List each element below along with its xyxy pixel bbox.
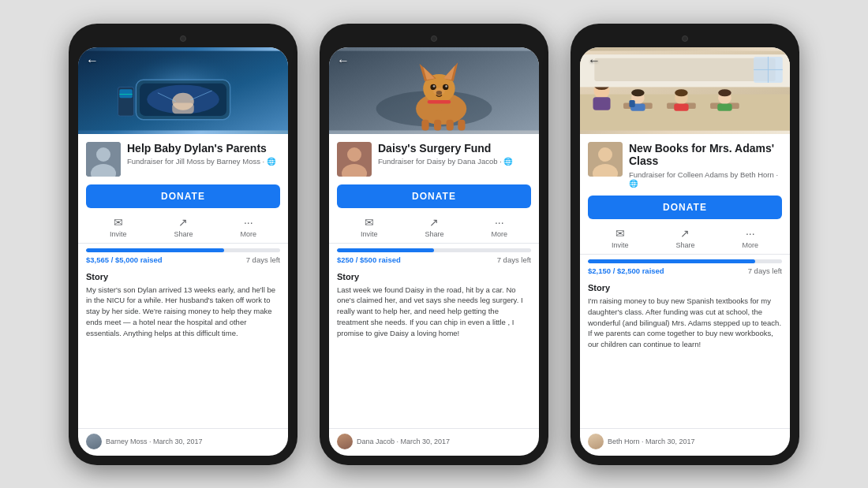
svg-point-13 bbox=[96, 147, 110, 162]
svg-rect-32 bbox=[434, 119, 441, 130]
story-section-1: Story My sister's son Dylan arrived 13 w… bbox=[78, 267, 288, 428]
fundraiser-meta-2: Fundraiser for Daisy by Dana Jacob · 🌐 bbox=[378, 157, 531, 166]
phone-screen-2: ← bbox=[329, 47, 539, 456]
story-text-2: Last week we found Daisy in the road, hi… bbox=[337, 285, 531, 339]
footer-avatar-1 bbox=[86, 434, 102, 449]
card-title-area-1: Help Baby Dylan's Parents Fundraiser for… bbox=[127, 142, 280, 166]
progress-meta-1: $3,565 / $5,000 raised 7 days left bbox=[86, 255, 280, 264]
story-section-3: Story I'm raising money to buy new Spani… bbox=[580, 278, 790, 427]
donate-button-2[interactable]: DONATE bbox=[337, 184, 531, 208]
svg-rect-29 bbox=[428, 99, 451, 103]
phone-1: ← bbox=[69, 24, 297, 465]
back-arrow-2[interactable]: ← bbox=[337, 54, 350, 68]
svg-rect-33 bbox=[447, 119, 454, 130]
svg-point-48 bbox=[675, 89, 688, 96]
svg-point-26 bbox=[433, 85, 436, 88]
phone-notch-3 bbox=[580, 33, 790, 47]
invite-icon-2: ✉ bbox=[365, 216, 374, 229]
progress-raised-2: $250 / $500 raised bbox=[337, 255, 401, 264]
progress-days-2: 7 days left bbox=[497, 255, 531, 264]
svg-rect-50 bbox=[717, 103, 731, 110]
story-text-1: My sister's son Dylan arrived 13 weeks e… bbox=[86, 285, 280, 339]
story-footer-2: Dana Jacob · March 30, 2017 bbox=[329, 428, 539, 456]
svg-point-30 bbox=[433, 88, 445, 95]
avatar-1 bbox=[86, 142, 121, 177]
progress-bar-bg-2 bbox=[337, 248, 531, 252]
progress-bar-fill-3 bbox=[588, 259, 755, 263]
back-arrow-3[interactable]: ← bbox=[588, 54, 600, 68]
action-share-3[interactable]: ↗ Share bbox=[675, 227, 694, 249]
card-title-area-3: New Books for Mrs. Adams' Class Fundrais… bbox=[629, 142, 782, 188]
footer-text-1: Barney Moss · March 30, 2017 bbox=[106, 438, 203, 445]
story-footer-1: Barney Moss · March 30, 2017 bbox=[78, 428, 288, 456]
action-share-1[interactable]: ↗ Share bbox=[174, 216, 193, 238]
action-bar-1: ✉ Invite ↗ Share ··· More bbox=[78, 211, 288, 244]
svg-point-27 bbox=[445, 85, 447, 88]
avatar-2 bbox=[337, 142, 372, 177]
svg-rect-55 bbox=[629, 99, 634, 106]
share-icon-3: ↗ bbox=[680, 227, 690, 240]
progress-days-3: 7 days left bbox=[748, 266, 782, 275]
progress-bar-fill-1 bbox=[86, 248, 224, 252]
fundraiser-meta-1: Fundraiser for Jill Moss by Barney Moss … bbox=[127, 157, 280, 166]
action-invite-1[interactable]: ✉ Invite bbox=[110, 216, 127, 238]
svg-point-45 bbox=[631, 89, 645, 96]
share-icon-2: ↗ bbox=[429, 216, 439, 229]
campaign-title-1: Help Baby Dylan's Parents bbox=[127, 142, 280, 155]
back-arrow-1[interactable]: ← bbox=[86, 54, 99, 68]
progress-raised-3: $2,150 / $2,500 raised bbox=[588, 266, 664, 275]
footer-text-2: Dana Jacob · March 30, 2017 bbox=[357, 438, 450, 445]
progress-section-1: $3,565 / $5,000 raised 7 days left bbox=[78, 244, 288, 267]
svg-point-51 bbox=[718, 89, 731, 96]
svg-point-36 bbox=[347, 147, 361, 162]
progress-days-1: 7 days left bbox=[246, 255, 280, 264]
progress-meta-3: $2,150 / $2,500 raised 7 days left bbox=[588, 266, 782, 275]
share-icon-1: ↗ bbox=[178, 216, 188, 229]
hero-image-2: ← bbox=[329, 47, 539, 134]
scene: ← bbox=[0, 0, 868, 488]
invite-icon-1: ✉ bbox=[114, 216, 123, 229]
phone-notch-2 bbox=[329, 33, 539, 47]
donate-button-1[interactable]: DONATE bbox=[86, 184, 280, 208]
progress-raised-1: $3,565 / $5,000 raised bbox=[86, 255, 163, 264]
svg-rect-34 bbox=[458, 119, 465, 130]
card-title-area-2: Daisy's Surgery Fund Fundraiser for Dais… bbox=[378, 142, 531, 166]
phone-screen-1: ← bbox=[78, 47, 288, 456]
story-section-2: Story Last week we found Daisy in the ro… bbox=[329, 267, 539, 428]
action-more-2[interactable]: ··· More bbox=[491, 216, 507, 238]
campaign-title-3: New Books for Mrs. Adams' Class bbox=[629, 142, 782, 169]
progress-section-3: $2,150 / $2,500 raised 7 days left bbox=[580, 255, 790, 278]
avatar-img-1 bbox=[86, 142, 121, 177]
card-header-2: Daisy's Surgery Fund Fundraiser for Dais… bbox=[329, 134, 539, 181]
invite-icon-3: ✉ bbox=[615, 227, 625, 240]
card-header-3: New Books for Mrs. Adams' Class Fundrais… bbox=[580, 134, 790, 193]
action-more-1[interactable]: ··· More bbox=[240, 216, 256, 238]
more-icon-3: ··· bbox=[746, 227, 755, 240]
camera-1 bbox=[180, 35, 186, 42]
action-bar-3: ✉ Invite ↗ Share ··· More bbox=[580, 222, 790, 255]
svg-rect-6 bbox=[172, 102, 194, 114]
donate-button-3[interactable]: DONATE bbox=[588, 196, 782, 219]
story-footer-3: Beth Horn · March 30, 2017 bbox=[580, 428, 790, 456]
action-bar-2: ✉ Invite ↗ Share ··· More bbox=[329, 211, 539, 244]
svg-rect-57 bbox=[594, 58, 775, 80]
action-more-3[interactable]: ··· More bbox=[742, 227, 758, 249]
action-share-2[interactable]: ↗ Share bbox=[425, 216, 443, 238]
fundraiser-meta-3: Fundraiser for Colleen Adams by Beth Hor… bbox=[629, 170, 782, 188]
action-invite-3[interactable]: ✉ Invite bbox=[612, 227, 629, 249]
phone-2: ← bbox=[320, 24, 548, 465]
action-invite-2[interactable]: ✉ Invite bbox=[361, 216, 378, 238]
svg-rect-31 bbox=[421, 119, 428, 130]
campaign-title-2: Daisy's Surgery Fund bbox=[378, 142, 531, 155]
progress-meta-2: $250 / $500 raised 7 days left bbox=[337, 255, 531, 264]
more-icon-1: ··· bbox=[244, 216, 253, 229]
story-label-2: Story bbox=[337, 272, 531, 281]
more-icon-2: ··· bbox=[495, 216, 504, 229]
card-header-1: Help Baby Dylan's Parents Fundraiser for… bbox=[78, 134, 288, 181]
phone-3: ← bbox=[571, 24, 799, 465]
avatar-3 bbox=[588, 142, 623, 177]
story-label-1: Story bbox=[86, 272, 280, 281]
story-text-3: I'm raising money to buy new Spanish tex… bbox=[588, 296, 782, 350]
phone-notch-1 bbox=[78, 33, 288, 47]
camera-2 bbox=[431, 35, 437, 42]
